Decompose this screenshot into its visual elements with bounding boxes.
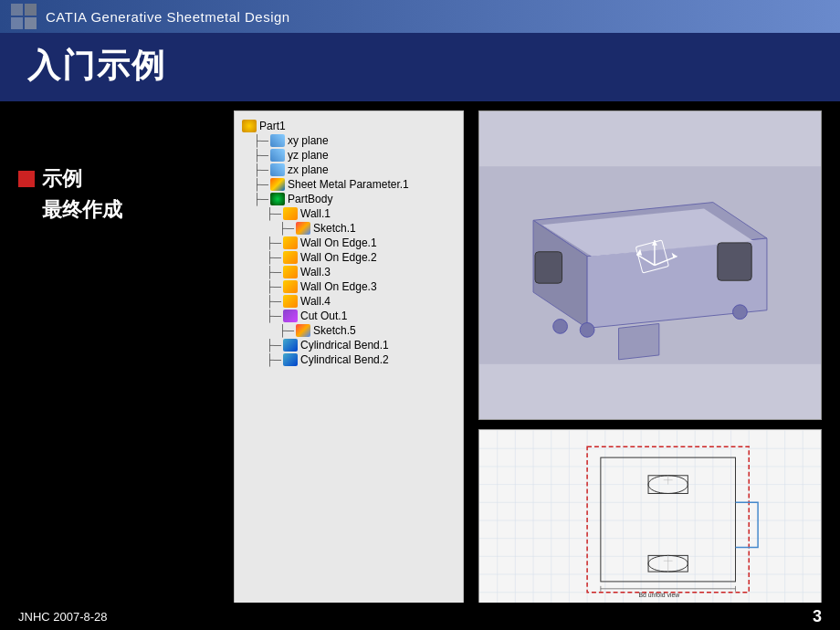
tree-label-walledge1: Wall On Edge.1 [300,236,377,249]
tree-connector-cylbend2: ├─ [266,353,281,366]
tree-connector-walledge3: ├─ [266,280,281,293]
bullet-text: 示例 [42,165,82,193]
sub-text: 最终作成 [42,196,219,224]
tree-label-part1: Part1 [259,120,286,132]
tree-connector-smparam: ├─ [253,178,268,191]
tree-label-sketch5: Sketch.5 [313,324,356,337]
tree-item-wall1: ├─Wall.1 [240,206,457,221]
tree-icon-wall [283,295,298,308]
footer-date: JNHC 2007-8-28 [18,610,108,624]
tree-connector-yzplane: ├─ [253,149,268,162]
tree-label-cutout1: Cut Out.1 [300,310,347,322]
tree-icon-sheetmetal [270,178,285,191]
page-title: 入门示例 [27,47,166,84]
header-bar: CATIA Generative Sheetmetal Design [0,0,840,33]
tree-icon-wall [283,280,298,293]
tree-label-yzplane: yz plane [288,149,329,162]
tree-connector-wall1: ├─ [266,207,281,220]
right-panel: Bd unfold view [478,110,822,612]
tree-label-partbody: PartBody [288,193,332,205]
model-svg [479,111,821,419]
tree-icon-part [242,120,257,132]
footer-page-number: 3 [813,607,822,626]
svg-point-21 [733,305,748,320]
svg-rect-0 [11,4,23,16]
tree-label-wall4: Wall.4 [300,295,331,308]
main-content: 示例 最终作成 Part1├─xy plane├─yz plane├─zx pl… [0,101,840,612]
svg-marker-11 [619,323,659,359]
svg-point-19 [553,320,568,334]
footer: JNHC 2007-8-28 3 [0,603,840,630]
tree-connector-cutout1: ├─ [266,310,281,322]
blueprint-svg: Bd unfold view [479,430,821,611]
tree-item-part1: Part1 [240,119,457,133]
tree-item-yzplane: ├─yz plane [240,148,457,163]
left-panel: 示例 最终作成 [18,110,219,612]
tree-item-sketch1: ├─Sketch.1 [240,221,457,236]
bullet-section: 示例 最终作成 [18,165,219,224]
tree-icon-bend [283,353,298,366]
tree-icon-wall [283,266,298,278]
tree-connector-zxplane: ├─ [253,163,268,176]
tree-item-xyplane: ├─xy plane [240,133,457,148]
tree-connector-sketch5: ├─ [278,324,294,337]
tree-connector-walledge1: ├─ [266,236,281,249]
tree-label-wall3: Wall.3 [300,266,331,278]
tree-icon-cutout [283,310,298,322]
tree-label-walledge3: Wall On Edge.3 [300,280,377,293]
tree-label-wall1: Wall.1 [300,207,331,220]
tree-label-walledge2: Wall On Edge.2 [300,251,377,264]
tree-connector-walledge2: ├─ [266,251,281,264]
tree-icon-wall [283,207,298,220]
tree-label-cylbend2: Cylindrical Bend.2 [300,353,389,366]
tree-label-zxplane: zx plane [288,163,329,176]
svg-rect-9 [535,252,562,283]
tree-connector-wall3: ├─ [266,266,281,278]
svg-point-20 [580,322,594,337]
tree-connector-wall4: ├─ [266,295,281,308]
bullet-square-icon [18,171,35,187]
tree-icon-plane [270,163,285,176]
tree-connector-sketch1: ├─ [278,222,294,235]
tree-connector-cylbend1: ├─ [266,339,281,352]
tree-item-cylbend2: ├─Cylindrical Bend.2 [240,352,457,367]
tree-icon-sketch [296,324,310,337]
tree-item-partbody: ├─PartBody [240,192,457,206]
tree-label-xyplane: xy plane [288,134,329,147]
tree-label-sketch1: Sketch.1 [313,222,356,235]
tree-icon-bend [283,339,298,352]
tree-label-smparam: Sheet Metal Parameter.1 [288,178,409,191]
tree-item-zxplane: ├─zx plane [240,163,457,177]
tree-icon-plane [270,149,285,162]
tree-item-cylbend1: ├─Cylindrical Bend.1 [240,338,457,352]
tree-icon-plane [270,134,285,147]
tree-connector-xyplane: ├─ [253,134,268,147]
tree-panel: Part1├─xy plane├─yz plane├─zx plane├─She… [234,110,464,612]
svg-rect-3 [25,17,37,29]
header-title: CATIA Generative Sheetmetal Design [46,9,290,25]
svg-rect-1 [25,4,37,16]
catia-logo-icon [11,4,37,29]
tree-icon-wall [283,236,298,249]
tree-item-walledge3: ├─Wall On Edge.3 [240,279,457,294]
model-view [478,110,822,420]
tree-icon-wall [283,251,298,264]
tree-item-walledge2: ├─Wall On Edge.2 [240,250,457,265]
tree-item-wall3: ├─Wall.3 [240,265,457,279]
tree-item-sketch5: ├─Sketch.5 [240,323,457,338]
svg-rect-2 [11,17,23,29]
tree-item-cutout1: ├─Cut Out.1 [240,309,457,323]
svg-text:Bd unfold view: Bd unfold view [638,592,679,598]
tree-item-walledge1: ├─Wall On Edge.1 [240,236,457,250]
tree-icon-partbody [270,193,285,205]
tree-item-smparam: ├─Sheet Metal Parameter.1 [240,177,457,192]
bullet-label: 示例 [18,165,219,193]
tree-connector-partbody: ├─ [253,193,268,205]
svg-rect-10 [718,243,751,280]
blueprint-view: Bd unfold view [478,429,822,612]
tree-label-cylbend1: Cylindrical Bend.1 [300,339,389,352]
tree-item-wall4: ├─Wall.4 [240,294,457,309]
title-banner: 入门示例 [0,33,840,101]
tree-icon-sketch [296,222,310,235]
